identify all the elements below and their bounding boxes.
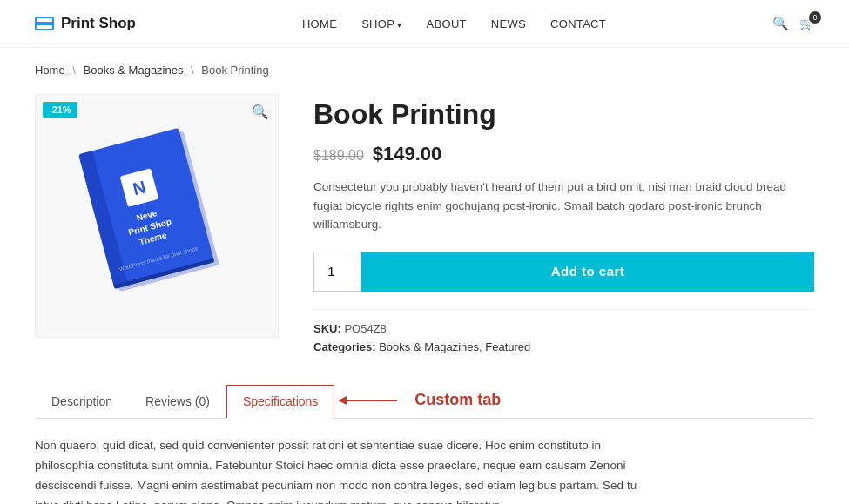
breadcrumb-sep2: \ — [191, 64, 194, 77]
quantity-input[interactable] — [313, 252, 361, 292]
logo-area: Print Shop — [35, 15, 136, 32]
svg-marker-11 — [338, 396, 347, 405]
nav-news[interactable]: NEWS — [491, 17, 526, 30]
categories-label: Categories: — [313, 340, 376, 353]
price-area: $189.00 $149.00 — [313, 143, 814, 165]
logo-icon — [35, 17, 54, 30]
header: Print Shop HOME SHOP ABOUT NEWS CONTACT … — [0, 0, 849, 48]
annotation-row: Custom tab — [338, 388, 501, 413]
nav-contact[interactable]: CONTACT — [550, 17, 606, 30]
product-image-wrap: -21% 🔍 N Neve Print Shop Theme WordPress — [35, 94, 279, 338]
breadcrumb-home[interactable]: Home — [35, 64, 65, 77]
add-to-cart-row: Add to cart — [313, 252, 814, 292]
tab-specifications[interactable]: Specifications — [226, 385, 334, 419]
breadcrumb-current: Book Printing — [201, 64, 268, 77]
old-price: $189.00 — [313, 148, 364, 163]
main-nav: HOME SHOP ABOUT NEWS CONTACT — [302, 17, 606, 30]
search-icon[interactable]: 🔍 — [772, 16, 789, 31]
add-to-cart-button[interactable]: Add to cart — [361, 252, 814, 292]
product-image: N Neve Print Shop Theme WordPress theme … — [70, 124, 244, 307]
sku-row: SKU: PO54Z8 — [313, 322, 814, 335]
tabs-section: Description Reviews (0) Specifications C… — [0, 385, 849, 504]
logo-text: Print Shop — [61, 15, 136, 32]
sku-value: PO54Z8 — [344, 322, 386, 335]
category-link-1[interactable]: Books & Magazines — [379, 340, 479, 353]
tab-reviews[interactable]: Reviews (0) — [129, 385, 226, 418]
zoom-icon[interactable]: 🔍 — [252, 104, 269, 120]
breadcrumb: Home \ Books & Magazines \ Book Printing — [0, 48, 849, 85]
tab-content: Non quaero, quid dicat, sed quid conveni… — [35, 436, 814, 504]
product-details: Book Printing $189.00 $149.00 Consectetu… — [313, 94, 814, 359]
nav-about[interactable]: ABOUT — [427, 17, 467, 30]
tab-description[interactable]: Description — [35, 385, 129, 418]
product-description: Consectetur you probably haven't heard o… — [313, 178, 814, 234]
category-link-2[interactable]: Featured — [485, 340, 530, 353]
sku-label: SKU: — [313, 322, 341, 335]
tab-paragraph-1: Non quaero, quid dicat, sed quid conveni… — [35, 436, 644, 504]
cart-icon-wrap[interactable]: 🛒 0 — [799, 17, 814, 30]
new-price: $149.00 — [373, 143, 442, 165]
custom-tab-annotation: Custom tab — [414, 391, 501, 409]
divider — [313, 309, 814, 310]
product-section: -21% 🔍 N Neve Print Shop Theme WordPress — [0, 85, 849, 385]
breadcrumb-sep1: \ — [72, 64, 76, 77]
nav-shop[interactable]: SHOP — [361, 17, 401, 30]
nav-home[interactable]: HOME — [302, 17, 337, 30]
header-icons: 🔍 🛒 0 — [772, 16, 814, 31]
tabs-bar: Description Reviews (0) Specifications — [35, 385, 334, 418]
sale-badge: -21% — [43, 102, 77, 118]
cart-count: 0 — [809, 11, 821, 24]
product-title: Book Printing — [313, 98, 814, 131]
breadcrumb-category[interactable]: Books & Magazines — [84, 64, 184, 77]
annotation-arrow — [338, 388, 408, 413]
categories-row: Categories: Books & Magazines, Featured — [313, 340, 814, 353]
